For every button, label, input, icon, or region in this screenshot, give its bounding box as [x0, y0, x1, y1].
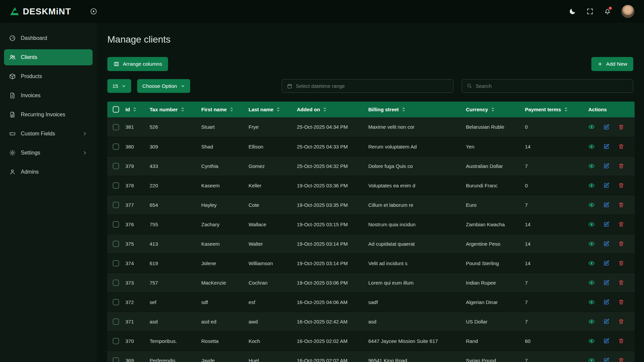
view-eye-icon[interactable] [588, 182, 595, 189]
cell-payment-terms: 0 [525, 176, 588, 195]
delete-trash-icon[interactable] [618, 182, 624, 188]
delete-trash-icon[interactable] [618, 260, 624, 266]
row-checkbox[interactable] [113, 280, 119, 286]
delete-trash-icon[interactable] [618, 124, 624, 130]
row-checkbox[interactable] [113, 260, 119, 266]
row-checkbox[interactable] [113, 221, 119, 228]
row-checkbox[interactable] [113, 299, 119, 305]
sort-icon[interactable] [323, 107, 327, 112]
column-header[interactable]: Billing street [368, 102, 466, 117]
column-header[interactable]: Payment terms [525, 102, 588, 117]
datetime-range-input[interactable] [296, 83, 448, 89]
edit-pencil-icon[interactable] [603, 338, 609, 344]
column-header[interactable]: First name [201, 102, 249, 117]
sidebar-item-custom-fields[interactable]: Custom Fields [4, 126, 93, 142]
edit-pencil-icon[interactable] [603, 260, 609, 266]
view-eye-icon[interactable] [588, 338, 595, 344]
row-checkbox[interactable] [113, 241, 119, 247]
delete-trash-icon[interactable] [618, 163, 624, 169]
select-all-checkbox[interactable] [113, 106, 119, 113]
delete-trash-icon[interactable] [618, 143, 624, 149]
sidebar-item-admins[interactable]: Admins [4, 164, 93, 180]
view-eye-icon[interactable] [588, 124, 595, 130]
delete-trash-icon[interactable] [618, 221, 624, 227]
datetime-range-field[interactable] [282, 79, 453, 93]
cell-billing-street: Voluptates ea enim d [368, 176, 466, 195]
view-eye-icon[interactable] [588, 163, 595, 169]
page-size-dropdown[interactable]: 15 [107, 79, 131, 93]
edit-pencil-icon[interactable] [603, 280, 609, 286]
row-checkbox[interactable] [113, 338, 119, 344]
delete-trash-icon[interactable] [618, 241, 624, 247]
view-eye-icon[interactable] [588, 280, 595, 286]
sort-icon[interactable] [180, 107, 185, 112]
sidebar-item-recurring-invoices[interactable]: Recurring Invoices [4, 107, 93, 123]
brand-logo[interactable]: DESKMiNT [9, 6, 71, 17]
avatar[interactable] [621, 5, 635, 18]
edit-pencil-icon[interactable] [603, 202, 609, 208]
column-header[interactable]: Added on [297, 102, 368, 117]
view-eye-icon[interactable] [588, 241, 595, 247]
delete-trash-icon[interactable] [618, 299, 624, 305]
row-checkbox[interactable] [113, 318, 119, 325]
sidebar-item-invoices[interactable]: Invoices [4, 87, 93, 104]
row-checkbox[interactable] [113, 202, 119, 208]
view-eye-icon[interactable] [588, 260, 595, 266]
delete-trash-icon[interactable] [618, 357, 624, 362]
dark-mode-moon-icon[interactable] [569, 8, 576, 15]
delete-trash-icon[interactable] [618, 280, 624, 286]
column-header[interactable]: Last name [249, 102, 297, 117]
edit-pencil-icon[interactable] [603, 143, 609, 149]
delete-trash-icon[interactable] [618, 338, 624, 344]
chevron-right-icon [82, 131, 88, 136]
column-header[interactable]: Tax number [150, 102, 201, 117]
edit-pencil-icon[interactable] [603, 182, 609, 188]
edit-pencil-icon[interactable] [603, 124, 609, 130]
delete-trash-icon[interactable] [618, 318, 624, 324]
column-header[interactable]: Currency [466, 102, 525, 117]
sort-icon[interactable] [132, 107, 137, 112]
sidebar-toggle-icon[interactable] [90, 8, 97, 15]
sort-icon[interactable] [401, 107, 406, 112]
row-checkbox[interactable] [113, 124, 119, 130]
add-new-button[interactable]: Add New [591, 57, 633, 71]
sort-icon[interactable] [276, 107, 280, 112]
sidebar-item-settings[interactable]: Settings [4, 145, 93, 161]
filter-dropdown[interactable]: Choose Option [137, 79, 190, 93]
edit-pencil-icon[interactable] [603, 299, 609, 305]
view-eye-icon[interactable] [588, 318, 595, 325]
fullscreen-icon[interactable] [586, 8, 594, 15]
column-header[interactable]: Actions [588, 102, 635, 117]
edit-pencil-icon[interactable] [603, 318, 609, 324]
edit-pencil-icon[interactable] [603, 221, 609, 227]
search-field[interactable] [462, 79, 633, 93]
sidebar-item-clients[interactable]: Clients [4, 49, 93, 65]
edit-pencil-icon[interactable] [603, 163, 609, 169]
edit-pencil-icon[interactable] [603, 241, 609, 247]
view-eye-icon[interactable] [588, 357, 595, 362]
cell-billing-street: sadf [368, 292, 466, 312]
page-size-value: 15 [112, 83, 118, 89]
row-checkbox[interactable] [113, 143, 119, 150]
column-header[interactable]: Id [125, 102, 150, 117]
search-input[interactable] [476, 83, 628, 89]
notifications-bell-icon[interactable] [604, 8, 611, 15]
view-eye-icon[interactable] [588, 299, 595, 305]
row-checkbox[interactable] [113, 163, 119, 169]
row-checkbox[interactable] [113, 357, 119, 362]
sidebar-item-dashboard[interactable]: Dashboard [4, 30, 93, 46]
cell-billing-street: Rerum voluptatem Ad [368, 137, 466, 156]
cell-first-name: asd ed [201, 312, 249, 331]
table-row: 380 309 Shad Ellison 25-Oct-2025 04:33 P… [107, 137, 635, 156]
view-eye-icon[interactable] [588, 143, 595, 150]
edit-pencil-icon[interactable] [603, 357, 609, 362]
sidebar-item-products[interactable]: Products [4, 68, 93, 84]
row-checkbox[interactable] [113, 182, 119, 189]
delete-trash-icon[interactable] [618, 202, 624, 208]
view-eye-icon[interactable] [588, 202, 595, 208]
sort-icon[interactable] [491, 107, 495, 112]
sort-icon[interactable] [564, 107, 568, 112]
arrange-columns-button[interactable]: Arrange columns [107, 57, 168, 71]
view-eye-icon[interactable] [588, 221, 595, 228]
sort-icon[interactable] [229, 107, 234, 112]
